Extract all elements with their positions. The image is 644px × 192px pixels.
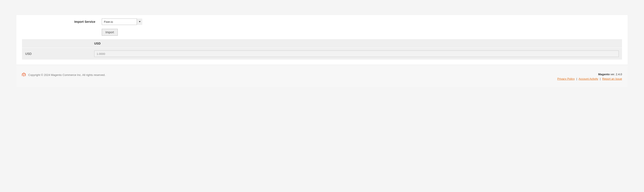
rates-table-row: USD <box>22 48 622 60</box>
footer-links: Privacy Policy | Account Activity | Repo… <box>557 77 622 80</box>
footer-right: Magento ver. 2.4.0 Privacy Policy | Acco… <box>557 73 622 80</box>
footer-left: Copyright © 2024 Magento Commerce Inc. A… <box>22 73 106 77</box>
import-button[interactable]: Import <box>102 29 118 36</box>
page-footer: Copyright © 2024 Magento Commerce Inc. A… <box>16 65 628 87</box>
privacy-policy-link[interactable]: Privacy Policy <box>557 77 575 80</box>
footer-version-prefix: ver. <box>610 73 616 76</box>
import-button-row: Import <box>22 29 622 36</box>
rate-input-usd-usd[interactable] <box>94 51 619 57</box>
footer-version: 2.4.0 <box>616 73 622 76</box>
rates-header-blank <box>22 39 91 48</box>
footer-separator: | <box>576 77 577 80</box>
import-service-select-control[interactable]: Fixer.io <box>102 18 142 25</box>
rates-table: USD USD <box>22 39 622 60</box>
magento-logo-icon <box>22 73 26 77</box>
content-panel: Import Service Fixer.io Import USD <box>16 15 628 65</box>
rates-row-header: USD <box>22 48 91 60</box>
report-issue-link[interactable]: Report an Issue <box>602 77 622 80</box>
import-service-label: Import Service <box>22 20 102 23</box>
import-service-select[interactable]: Fixer.io <box>102 18 142 25</box>
account-activity-link[interactable]: Account Activity <box>579 77 598 80</box>
footer-copyright: Copyright © 2024 Magento Commerce Inc. A… <box>28 73 106 77</box>
rates-column-header: USD <box>91 39 622 48</box>
footer-separator: | <box>600 77 600 80</box>
import-service-row: Import Service Fixer.io <box>22 18 622 25</box>
footer-brand: Magento <box>598 73 610 76</box>
